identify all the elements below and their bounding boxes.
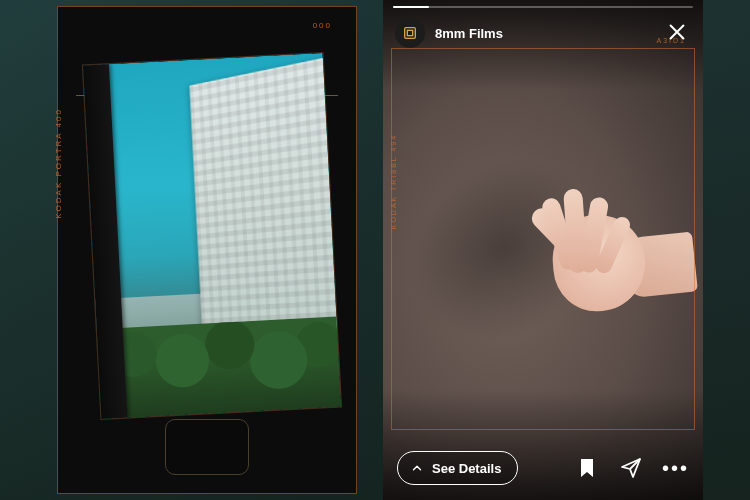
two-phone-row: KODAK PORTRA 400 000	[0, 0, 750, 500]
photo-skyscraper	[189, 56, 341, 334]
photo-viewport	[83, 53, 341, 419]
phone-left: KODAK PORTRA 400 000	[47, 0, 367, 500]
svg-rect-0	[405, 28, 416, 39]
paper-plane-icon	[619, 456, 643, 480]
see-details-button[interactable]: See Details	[397, 451, 518, 485]
bookmark-icon	[575, 456, 599, 480]
film-stock-label: KODAK PORTRA 400	[54, 108, 63, 219]
story-header: 8mm Films	[383, 0, 703, 58]
film-frame-border: KODAK PORTRA 400 000	[57, 6, 357, 494]
close-button[interactable]	[663, 18, 691, 46]
phone-right-story-viewer: KODAK TRI8BL 494 A3ID1 8mm Films	[383, 0, 703, 500]
svg-rect-1	[407, 30, 412, 35]
save-bookmark-button[interactable]	[574, 455, 600, 481]
see-details-label: See Details	[432, 461, 501, 476]
story-footer: See Details •••	[383, 436, 703, 500]
share-button[interactable]	[618, 455, 644, 481]
media-hand	[485, 185, 685, 325]
app-logo-icon	[402, 25, 418, 41]
story-progress-bar[interactable]	[393, 6, 693, 8]
film-gate-notch	[165, 419, 249, 475]
author-username[interactable]: 8mm Films	[435, 26, 503, 41]
more-options-button[interactable]: •••	[662, 457, 689, 480]
story-media[interactable]: KODAK TRI8BL 494 A3ID1	[383, 0, 703, 500]
chevron-up-icon	[410, 461, 424, 475]
film-stock-label: KODAK TRI8BL 494	[390, 134, 397, 229]
film-frame-code: 000	[313, 21, 332, 30]
photo-trees	[97, 317, 341, 419]
author-avatar[interactable]	[395, 18, 425, 48]
close-icon	[666, 21, 688, 43]
